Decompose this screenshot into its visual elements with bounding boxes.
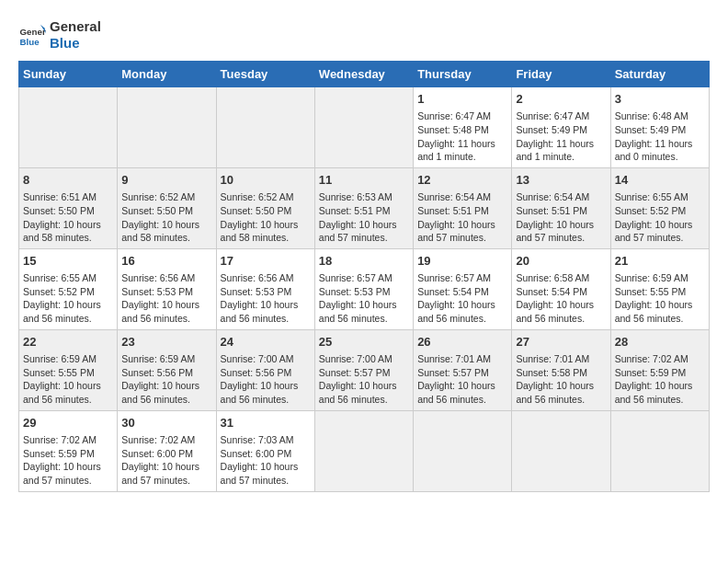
calendar-cell: 22Sunrise: 6:59 AMSunset: 5:55 PMDayligh… (19, 329, 118, 410)
page-header: General Blue General Blue (18, 18, 710, 52)
svg-text:General: General (20, 27, 47, 37)
calendar-cell: 1Sunrise: 6:47 AMSunset: 5:48 PMDaylight… (414, 87, 512, 168)
empty-cell (216, 87, 314, 168)
calendar-cell: 18Sunrise: 6:57 AMSunset: 5:53 PMDayligh… (314, 248, 413, 329)
calendar-cell: 31Sunrise: 7:03 AMSunset: 6:00 PMDayligh… (216, 410, 314, 491)
calendar-cell: 19Sunrise: 6:57 AMSunset: 5:54 PMDayligh… (414, 248, 512, 329)
empty-cell (610, 410, 709, 491)
logo: General Blue General Blue (18, 18, 101, 52)
svg-text:Blue: Blue (20, 37, 40, 47)
calendar-cell: 14Sunrise: 6:55 AMSunset: 5:52 PMDayligh… (610, 167, 709, 248)
empty-cell (512, 410, 610, 491)
calendar-cell: 16Sunrise: 6:56 AMSunset: 5:53 PMDayligh… (118, 248, 216, 329)
weekday-header: Sunday (19, 62, 118, 87)
calendar-cell: 25Sunrise: 7:00 AMSunset: 5:57 PMDayligh… (314, 329, 413, 410)
calendar-cell: 21Sunrise: 6:59 AMSunset: 5:55 PMDayligh… (610, 248, 709, 329)
weekday-header: Tuesday (216, 62, 314, 87)
calendar-cell: 2Sunrise: 6:47 AMSunset: 5:49 PMDaylight… (512, 87, 610, 168)
calendar-cell: 15Sunrise: 6:55 AMSunset: 5:52 PMDayligh… (19, 248, 118, 329)
calendar-cell: 27Sunrise: 7:01 AMSunset: 5:58 PMDayligh… (512, 329, 610, 410)
calendar-cell: 10Sunrise: 6:52 AMSunset: 5:50 PMDayligh… (216, 167, 314, 248)
empty-cell (414, 410, 512, 491)
empty-cell (118, 87, 216, 168)
calendar-table: SundayMondayTuesdayWednesdayThursdayFrid… (18, 61, 710, 492)
empty-cell (314, 87, 413, 168)
weekday-header: Thursday (414, 62, 512, 87)
empty-cell (314, 410, 413, 491)
calendar-cell: 17Sunrise: 6:56 AMSunset: 5:53 PMDayligh… (216, 248, 314, 329)
calendar-cell: 12Sunrise: 6:54 AMSunset: 5:51 PMDayligh… (414, 167, 512, 248)
calendar-cell: 23Sunrise: 6:59 AMSunset: 5:56 PMDayligh… (118, 329, 216, 410)
calendar-cell: 13Sunrise: 6:54 AMSunset: 5:51 PMDayligh… (512, 167, 610, 248)
calendar-cell: 28Sunrise: 7:02 AMSunset: 5:59 PMDayligh… (610, 329, 709, 410)
calendar-cell: 29Sunrise: 7:02 AMSunset: 5:59 PMDayligh… (19, 410, 118, 491)
weekday-header: Wednesday (314, 62, 413, 87)
calendar-cell: 11Sunrise: 6:53 AMSunset: 5:51 PMDayligh… (314, 167, 413, 248)
calendar-cell: 20Sunrise: 6:58 AMSunset: 5:54 PMDayligh… (512, 248, 610, 329)
calendar-cell: 24Sunrise: 7:00 AMSunset: 5:56 PMDayligh… (216, 329, 314, 410)
calendar-cell: 26Sunrise: 7:01 AMSunset: 5:57 PMDayligh… (414, 329, 512, 410)
calendar-cell: 8Sunrise: 6:51 AMSunset: 5:50 PMDaylight… (19, 167, 118, 248)
calendar-cell: 3Sunrise: 6:48 AMSunset: 5:49 PMDaylight… (610, 87, 709, 168)
calendar-cell: 30Sunrise: 7:02 AMSunset: 6:00 PMDayligh… (118, 410, 216, 491)
weekday-header: Friday (512, 62, 610, 87)
weekday-header: Monday (118, 62, 216, 87)
empty-cell (19, 87, 118, 168)
weekday-header: Saturday (610, 62, 709, 87)
logo-icon: General Blue (18, 21, 46, 49)
calendar-cell: 9Sunrise: 6:52 AMSunset: 5:50 PMDaylight… (118, 167, 216, 248)
